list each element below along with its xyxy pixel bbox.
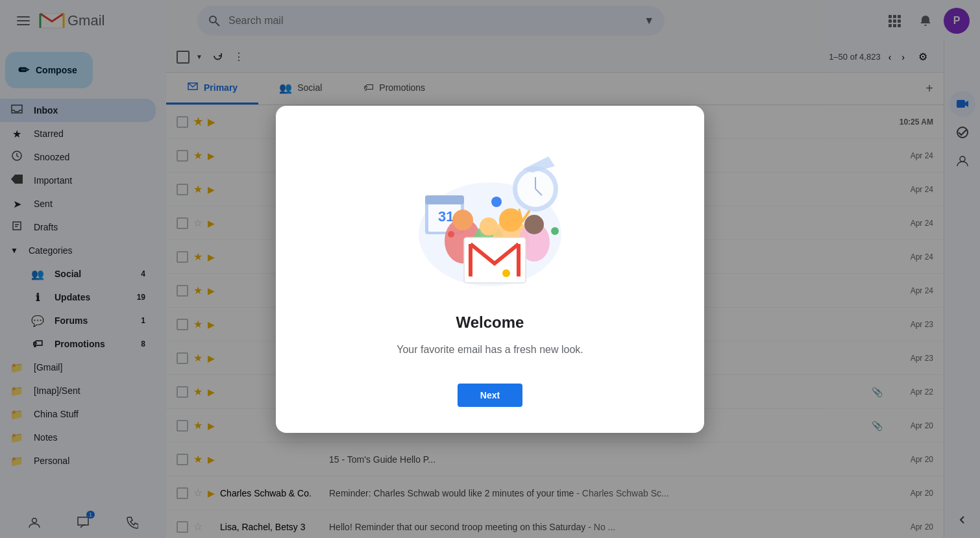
modal-title: Welcome <box>302 313 678 332</box>
modal-illustration: 31 <box>393 137 587 293</box>
svg-point-29 <box>452 210 473 230</box>
welcome-modal: 31 <box>276 106 704 433</box>
svg-point-40 <box>551 227 559 235</box>
next-button[interactable]: Next <box>458 384 522 407</box>
svg-point-35 <box>524 215 544 234</box>
modal-overlay[interactable]: 31 <box>0 0 980 538</box>
svg-point-37 <box>502 269 510 277</box>
modal-subtitle: Your favorite email has a fresh new look… <box>302 342 678 358</box>
svg-text:31: 31 <box>438 208 454 225</box>
svg-point-38 <box>491 197 502 207</box>
svg-point-39 <box>448 231 454 238</box>
svg-rect-27 <box>425 195 464 204</box>
